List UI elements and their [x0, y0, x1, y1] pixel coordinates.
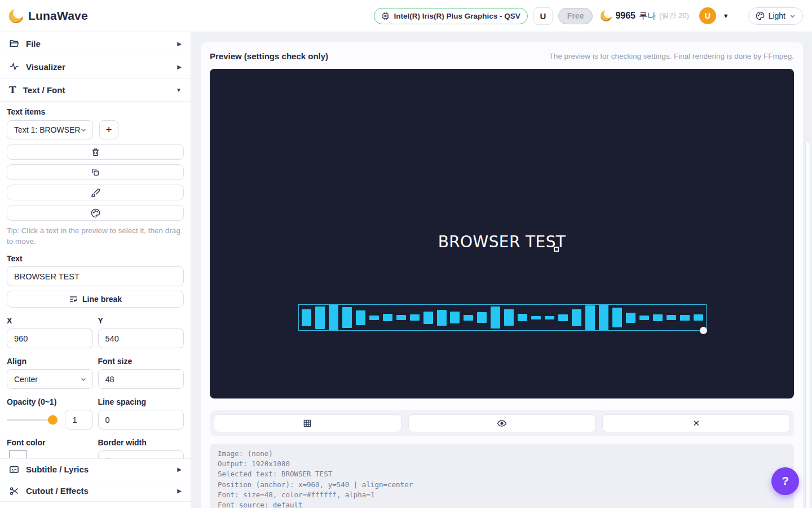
visualizer-bar	[315, 306, 325, 329]
visualizer-bar	[653, 314, 663, 321]
sidebar-item-text-font[interactable]: T Text / Font ▼	[0, 78, 191, 102]
opacity-input[interactable]	[65, 410, 93, 430]
text-icon: T	[9, 85, 16, 95]
text-field-group: Text	[7, 254, 184, 286]
visualizer-bar	[572, 309, 581, 326]
font-size-input[interactable]	[98, 369, 184, 389]
align-field-group: Align Center	[7, 357, 93, 389]
eye-icon	[497, 418, 507, 428]
text-items-label: Text items	[7, 107, 184, 116]
avatar[interactable]: U	[699, 7, 716, 24]
expand-arrow-icon: ▶	[177, 488, 182, 494]
preview-header: Preview (settings check only) The previe…	[201, 42, 803, 69]
settings-console: Image: (none) Output: 1920x1080 Selected…	[210, 444, 794, 508]
text-items-row: Text 1: BROWSER T +	[7, 120, 184, 139]
opacity-field-group: Opacity (0~1)	[7, 397, 93, 430]
preview-canvas[interactable]: BROWSER TEST	[210, 69, 794, 398]
user-initial-button[interactable]: U	[533, 7, 553, 25]
grid-toggle-button[interactable]	[214, 414, 401, 432]
avatar-dropdown-caret-icon[interactable]: ▼	[723, 12, 729, 19]
expand-arrow-icon: ▶	[177, 41, 182, 47]
console-line: Output: 1920x1080	[218, 459, 786, 469]
visualizer-bar	[680, 315, 690, 321]
waveform-icon	[9, 62, 19, 72]
line-break-button[interactable]: Line break	[7, 291, 184, 308]
opacity-slider-thumb[interactable]	[48, 415, 58, 424]
opacity-spacing-fields: Opacity (0~1) Line spacing	[7, 397, 184, 430]
app-logo: LunaWave	[9, 9, 88, 23]
visualizer-bar	[302, 309, 311, 326]
opacity-label: Opacity (0~1)	[7, 397, 93, 406]
luna-coin-icon	[601, 10, 612, 21]
expand-arrow-icon: ▶	[177, 466, 182, 472]
text-item-selected: Text 1: BROWSER T	[14, 125, 80, 134]
trash-icon	[91, 147, 100, 157]
add-text-item-button[interactable]: +	[99, 120, 118, 139]
visualizer-bar	[450, 312, 460, 323]
visualizer-bar	[694, 314, 703, 321]
sidebar: File ▶ Visualizer ▶ T Text / Font ▼ Text…	[0, 32, 191, 508]
duplicate-text-button[interactable]	[7, 164, 184, 180]
visualizer-bar	[464, 315, 473, 321]
delete-text-button[interactable]	[7, 144, 184, 160]
sidebar-item-label: Text / Font	[23, 85, 169, 95]
align-label: Align	[7, 357, 93, 366]
line-spacing-input[interactable]	[98, 410, 184, 430]
visualizer-bar	[396, 315, 406, 320]
text-label: Text	[7, 254, 184, 263]
y-input[interactable]	[98, 329, 184, 348]
text-font-panel: Text items Text 1: BROWSER T +	[0, 107, 191, 470]
text-item-select[interactable]: Text 1: BROWSER T	[7, 120, 93, 139]
style-brush-button[interactable]	[7, 185, 184, 200]
tip-text: Tip: Click a text in the preview to sele…	[7, 226, 184, 247]
main-area: Preview (settings check only) The previe…	[192, 32, 803, 508]
copy-icon	[91, 168, 100, 177]
preview-title: Preview (settings check only)	[210, 51, 328, 61]
visualizer-selection-box[interactable]	[298, 304, 707, 331]
color-palette-button[interactable]	[7, 205, 184, 221]
sidebar-item-visualizer[interactable]: Visualizer ▶	[0, 55, 191, 78]
sidebar-item-cutout-effects[interactable]: Cutout / Effects ▶	[0, 480, 191, 501]
text-resize-handle[interactable]	[554, 247, 559, 252]
line-spacing-field-group: Line spacing	[98, 397, 184, 430]
visualizer-bar	[667, 315, 676, 320]
visualizer-bar	[531, 316, 541, 319]
visualizer-resize-handle[interactable]	[700, 327, 707, 334]
align-size-fields: Align Center Font size	[7, 357, 184, 389]
chevron-down-icon	[80, 376, 87, 383]
x-input[interactable]	[7, 329, 93, 348]
align-selected: Center	[14, 375, 80, 384]
visualizer-bar	[639, 316, 649, 320]
page-scrollbar-track[interactable]	[804, 32, 812, 508]
free-plan-badge: Free	[558, 8, 593, 24]
page-scrollbar-thumb[interactable]	[805, 141, 810, 508]
visualizer-bar	[437, 310, 447, 326]
console-line: Font source: default	[218, 500, 786, 508]
app-window: LunaWave Intel(R) Iris(R) Plus Graphics …	[0, 0, 812, 508]
opacity-slider[interactable]	[7, 419, 56, 421]
scissors-icon	[9, 486, 19, 496]
align-select[interactable]: Center	[7, 369, 93, 389]
sidebar-item-file[interactable]: File ▶	[0, 32, 191, 55]
visualizer-bar	[369, 316, 379, 320]
console-line: Position (anchor): x=960, y=540 | align=…	[218, 480, 786, 490]
visualizer-bar	[518, 314, 527, 321]
y-field-group: Y	[98, 316, 184, 348]
visualizer-bar	[329, 305, 338, 330]
font-color-label: Font color	[7, 438, 93, 447]
gpu-button[interactable]: Intel(R) Iris(R) Plus Graphics - QSV	[374, 8, 528, 24]
deselect-button[interactable]: ✕	[602, 414, 790, 432]
text-input[interactable]	[7, 266, 184, 286]
opacity-control	[7, 410, 93, 430]
visualizer-bar	[383, 314, 392, 321]
theme-toggle-button[interactable]: Light	[748, 7, 803, 25]
canvas-text[interactable]: BROWSER TEST	[210, 233, 794, 251]
sidebar-item-subtitle-lyrics[interactable]: Subtitle / Lyrics ▶	[0, 458, 191, 480]
console-line: Image: (none)	[218, 449, 786, 459]
y-label: Y	[98, 316, 184, 325]
collapse-arrow-icon: ▼	[176, 87, 182, 93]
help-button[interactable]: ?	[771, 467, 799, 495]
visibility-toggle-button[interactable]	[408, 414, 596, 432]
chevron-down-icon	[80, 126, 87, 133]
line-break-label: Line break	[82, 295, 122, 304]
